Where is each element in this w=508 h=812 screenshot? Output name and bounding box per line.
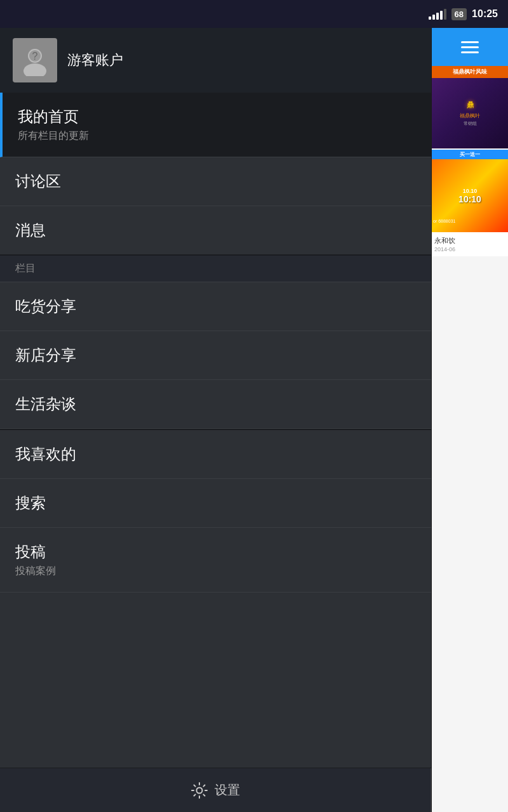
signal-bar-1 <box>429 16 431 20</box>
nav-item-submit-title: 投稿 <box>15 542 416 562</box>
ad-image-1: 福鼎枫叶风味 鼎 福鼎枫叶 常销组 <box>432 66 508 148</box>
nav-item-life[interactable]: 生活杂谈 <box>0 380 431 429</box>
signal-icon <box>429 8 446 20</box>
category-group: 吃货分享 新店分享 生活杂谈 <box>0 282 431 430</box>
right-header <box>432 28 508 66</box>
nav-item-submit-subtitle: 投稿案例 <box>15 565 416 578</box>
card-date-2: 2014-06 <box>432 246 508 256</box>
bottom-bar: 设置 <box>0 768 431 812</box>
username: 游客账户 <box>67 51 123 70</box>
nav-item-food-title: 吃货分享 <box>15 296 416 317</box>
hamburger-line-3 <box>461 51 479 53</box>
nav-item-search-title: 搜索 <box>15 493 416 513</box>
nav-item-food[interactable]: 吃货分享 <box>0 282 431 331</box>
signal-bar-2 <box>432 15 435 20</box>
svg-point-4 <box>197 787 203 793</box>
nav-item-life-title: 生活杂谈 <box>15 394 416 414</box>
signal-bar-3 <box>436 13 439 20</box>
section-label-category: 栏目 <box>0 256 431 282</box>
nav-item-discussion-title: 讨论区 <box>15 171 416 192</box>
signal-bar-5 <box>444 9 446 20</box>
battery-indicator: 68 <box>451 8 467 20</box>
card-image-2: 买一送一 10.10 10:10 or 6888031 <box>432 150 508 232</box>
status-bar: 68 10:25 <box>0 0 508 28</box>
gear-icon <box>190 782 208 799</box>
content-card-2[interactable]: 买一送一 10.10 10:10 or 6888031 永和饮 2014-06 <box>432 150 508 256</box>
nav-item-favorites-title: 我喜欢的 <box>15 444 416 464</box>
hamburger-line-2 <box>461 46 479 48</box>
hamburger-menu[interactable] <box>461 41 479 53</box>
avatar-icon: ? <box>19 44 51 76</box>
ad-2-phone: or 6888031 <box>433 219 455 223</box>
nav-item-submit[interactable]: 投稿 投稿案例 <box>0 528 431 593</box>
ad-2-price: 10:10 <box>458 194 481 204</box>
nav-item-home-subtitle: 所有栏目的更新 <box>18 129 416 143</box>
signal-bar-4 <box>440 11 443 20</box>
nav-item-messages-title: 消息 <box>15 220 416 240</box>
svg-point-1 <box>23 63 46 76</box>
nav-item-home[interactable]: 我的首页 所有栏目的更新 <box>0 93 431 157</box>
nav-section: 我的首页 所有栏目的更新 讨论区 消息 栏目 吃货分享 新店分享 <box>0 93 431 768</box>
right-content: 福鼎枫叶风味 鼎 福鼎枫叶 常销组 买一送一 10.10 <box>432 66 508 812</box>
ad-2-top: 买一送一 <box>432 150 508 159</box>
user-header: ? 游客账户 <box>0 28 431 93</box>
nav-item-favorites[interactable]: 我喜欢的 <box>0 430 431 479</box>
app-container: ? 游客账户 我的首页 所有栏目的更新 讨论区 消息 栏目 <box>0 28 508 812</box>
right-panel: 福鼎枫叶风味 鼎 福鼎枫叶 常销组 买一送一 10.10 <box>432 28 508 812</box>
nav-item-newstore[interactable]: 新店分享 <box>0 331 431 380</box>
nav-item-messages[interactable]: 消息 <box>0 206 431 256</box>
avatar[interactable]: ? <box>13 38 57 82</box>
clock: 10:25 <box>472 8 498 20</box>
card-image-1: 福鼎枫叶风味 鼎 福鼎枫叶 常销组 <box>432 66 508 148</box>
nav-item-discussion[interactable]: 讨论区 <box>0 157 431 206</box>
ad-image-2: 买一送一 10.10 10:10 or 6888031 <box>432 150 508 232</box>
nav-item-newstore-title: 新店分享 <box>15 345 416 365</box>
sidebar: ? 游客账户 我的首页 所有栏目的更新 讨论区 消息 栏目 <box>0 28 432 812</box>
ad-content-1: 鼎 福鼎枫叶 常销组 <box>460 100 480 127</box>
nav-item-search[interactable]: 搜索 <box>0 479 431 528</box>
card-title-2: 永和饮 <box>432 232 508 246</box>
hamburger-line-1 <box>461 41 479 43</box>
settings-label: 设置 <box>215 782 240 799</box>
nav-item-home-title: 我的首页 <box>18 107 416 127</box>
settings-button[interactable]: 设置 <box>0 768 431 812</box>
ad-banner-top-1: 福鼎枫叶风味 <box>432 66 508 78</box>
spacer <box>0 593 431 618</box>
content-card-1[interactable]: 福鼎枫叶风味 鼎 福鼎枫叶 常销组 <box>432 66 508 148</box>
ad-2-content: 10.10 10:10 <box>458 188 481 204</box>
svg-text:?: ? <box>32 51 38 62</box>
